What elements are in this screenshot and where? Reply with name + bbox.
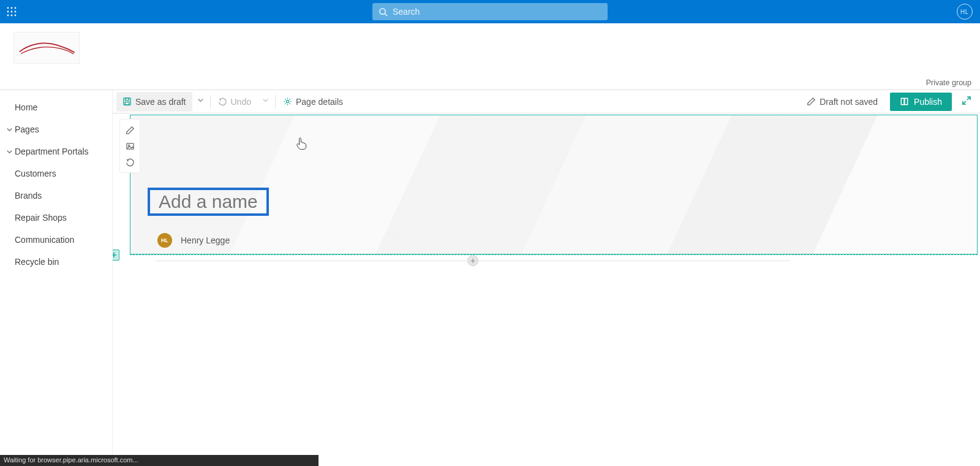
app-launcher-button[interactable]: [0, 0, 23, 23]
add-webpart-button[interactable]: +: [467, 255, 478, 266]
left-nav: Home Pages Department Portals Customers …: [0, 90, 113, 466]
site-header: Private group: [0, 23, 980, 90]
svg-line-10: [385, 13, 387, 16]
svg-point-3: [7, 11, 9, 13]
nav-item-brands[interactable]: Brands: [0, 185, 112, 207]
author-avatar-initials: HL: [161, 237, 168, 243]
svg-rect-12: [126, 98, 129, 101]
nav-item-pages[interactable]: Pages: [0, 118, 112, 140]
edit-webpart-button[interactable]: [121, 122, 139, 138]
svg-point-0: [7, 7, 9, 9]
webpart-insert-line: +: [156, 261, 790, 261]
search-input[interactable]: [393, 7, 601, 17]
cmd-label: Page details: [296, 97, 343, 107]
section-divider: +: [130, 254, 978, 264]
cmd-label: Save as draft: [135, 97, 186, 107]
pencil-icon: [807, 97, 816, 106]
undo-button[interactable]: Undo: [212, 92, 257, 112]
pencil-icon: [126, 126, 135, 135]
account-avatar-initials: HL: [960, 9, 969, 15]
nav-label: Communication: [15, 235, 74, 245]
reset-button[interactable]: [121, 154, 139, 170]
group-privacy-label: Private group: [926, 78, 971, 87]
account-avatar[interactable]: HL: [957, 4, 973, 20]
svg-point-4: [11, 11, 13, 13]
search-icon: [379, 7, 388, 17]
svg-point-8: [15, 15, 17, 17]
expand-button[interactable]: [957, 96, 976, 108]
chevron-down-icon: [4, 125, 15, 134]
page-title-input[interactable]: Add a name: [148, 188, 269, 216]
save-as-draft-button[interactable]: Save as draft: [116, 92, 192, 112]
nav-label: Home: [15, 102, 37, 112]
nav-label: Pages: [15, 124, 39, 134]
plus-icon: +: [113, 250, 117, 261]
draft-status: Draft not saved: [799, 97, 885, 107]
content-pane: Save as draft Undo Page details Draft: [113, 90, 980, 466]
nav-item-recycle-bin[interactable]: Recycle bin: [0, 251, 112, 273]
search-box[interactable]: [372, 3, 608, 20]
cmd-label: Undo: [231, 97, 251, 107]
nav-item-home[interactable]: Home: [0, 96, 112, 118]
title-area-webpart[interactable]: Add a name HL Henry Legge: [130, 115, 978, 254]
status-text: Waiting for browser.pipe.aria.microsoft.…: [4, 456, 138, 464]
svg-rect-16: [905, 98, 908, 104]
chevron-down-icon: [261, 96, 270, 105]
page-details-button[interactable]: Page details: [277, 92, 349, 112]
save-dropdown[interactable]: [192, 96, 209, 107]
page-title-placeholder: Add a name: [159, 191, 258, 212]
svg-point-1: [11, 7, 13, 9]
nav-item-communication[interactable]: Communication: [0, 229, 112, 251]
nav-label: Department Portals: [15, 147, 89, 156]
nav-label: Customers: [15, 169, 56, 178]
cursor-icon: [296, 137, 307, 150]
publish-icon: [900, 97, 909, 106]
nav-label: Recycle bin: [15, 257, 59, 267]
change-image-button[interactable]: [121, 138, 139, 154]
save-icon: [123, 97, 132, 106]
svg-point-7: [11, 15, 13, 17]
image-icon: [126, 142, 135, 151]
browser-status-bar: Waiting for browser.pipe.aria.microsoft.…: [0, 455, 318, 466]
svg-rect-15: [901, 98, 904, 104]
site-logo[interactable]: [13, 32, 80, 64]
undo-icon: [126, 158, 135, 167]
site-logo-image: [17, 38, 75, 58]
publish-button[interactable]: Publish: [890, 93, 952, 111]
command-bar: Save as draft Undo Page details Draft: [113, 90, 980, 113]
author-avatar: HL: [157, 233, 172, 248]
gear-icon: [283, 97, 292, 106]
chevron-down-icon: [4, 147, 15, 156]
svg-point-2: [15, 7, 17, 9]
svg-point-6: [7, 15, 9, 17]
separator: [275, 95, 276, 109]
expand-icon: [962, 96, 971, 105]
svg-rect-13: [125, 102, 129, 105]
nav-item-department-portals[interactable]: Department Portals: [0, 140, 112, 162]
nav-item-customers[interactable]: Customers: [0, 162, 112, 185]
main-area: Home Pages Department Portals Customers …: [0, 90, 980, 466]
nav-label: Repair Shops: [15, 213, 67, 223]
nav-label: Brands: [15, 191, 42, 201]
draft-status-label: Draft not saved: [820, 97, 878, 107]
cmd-label: Publish: [914, 97, 942, 107]
author-name: Henry Legge: [181, 235, 230, 245]
undo-icon: [218, 97, 227, 106]
undo-dropdown[interactable]: [257, 96, 274, 107]
page-canvas: Add a name HL Henry Legge + +: [113, 113, 980, 466]
svg-point-5: [15, 11, 17, 13]
svg-point-9: [380, 8, 385, 13]
suite-bar: HL: [0, 0, 980, 23]
waffle-icon: [7, 7, 17, 17]
author-chip[interactable]: HL Henry Legge: [157, 233, 230, 248]
plus-icon: +: [470, 256, 475, 265]
svg-point-14: [286, 100, 288, 102]
separator: [210, 95, 211, 109]
chevron-down-icon: [196, 96, 205, 105]
add-section-button[interactable]: +: [113, 250, 119, 261]
nav-item-repair-shops[interactable]: Repair Shops: [0, 207, 112, 229]
webpart-edit-rail: [119, 119, 140, 173]
